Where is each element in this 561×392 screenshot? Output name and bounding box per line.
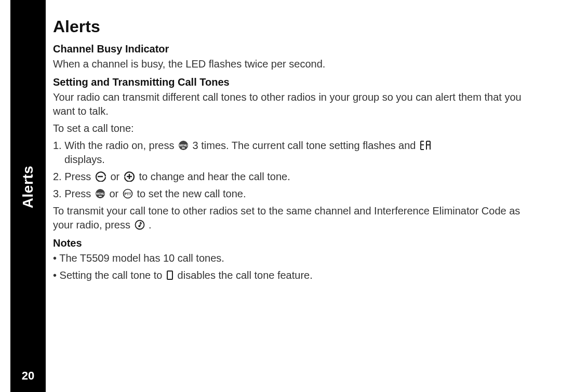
minus-icon bbox=[95, 171, 106, 182]
ptt-icon: PTT bbox=[123, 188, 133, 199]
content-column: Alerts Channel Busy Indicator When a cha… bbox=[46, 0, 561, 392]
text-call-tones-intro: Your radio can transmit different call t… bbox=[53, 90, 540, 118]
text-transmit: To transmit your call tone to other radi… bbox=[53, 204, 540, 232]
text-channel-busy: When a channel is busy, the LED flashes … bbox=[53, 57, 540, 71]
zero-segment-icon bbox=[166, 270, 173, 280]
svg-text:MENU: MENU bbox=[179, 144, 188, 147]
heading-channel-busy: Channel Busy Indicator bbox=[53, 42, 540, 56]
step-3-text-a: 3. Press bbox=[53, 188, 94, 199]
plus-icon bbox=[124, 171, 135, 182]
page-title: Alerts bbox=[53, 16, 540, 38]
step-2: 2. Press or to change and hear the call … bbox=[53, 170, 540, 184]
note-2: • Setting the call tone to disables the … bbox=[53, 268, 540, 282]
text-set-call-tone: To set a call tone: bbox=[53, 121, 540, 136]
step-2-text-c: to change and hear the call tone. bbox=[139, 171, 290, 182]
sidebar-tab-label: Alerts bbox=[20, 166, 36, 208]
heading-call-tones: Setting and Transmitting Call Tones bbox=[53, 75, 540, 89]
manual-page: Alerts 20 Alerts Channel Busy Indicator … bbox=[0, 0, 561, 392]
svg-rect-2 bbox=[182, 147, 185, 148]
svg-text:MENU: MENU bbox=[96, 192, 104, 195]
step-1: 1. With the radio on, press MENU 3 times… bbox=[53, 139, 540, 167]
ca-segment-icon bbox=[420, 140, 431, 151]
step-3-text-c: to set the new call tone. bbox=[137, 188, 246, 199]
step-1-text-c: displays. bbox=[53, 154, 105, 165]
step-1-text-b: 3 times. The current call tone setting f… bbox=[193, 140, 419, 151]
heading-notes: Notes bbox=[53, 236, 540, 250]
svg-point-11 bbox=[135, 221, 144, 229]
menu-icon: MENU bbox=[95, 188, 105, 199]
step-3-text-b: or bbox=[109, 188, 121, 199]
step-1-text-a: 1. With the radio on, press bbox=[53, 140, 177, 151]
transmit-b: . bbox=[149, 219, 152, 231]
page-number: 20 bbox=[22, 369, 34, 383]
svg-rect-8 bbox=[99, 196, 102, 197]
note-2-a: • Setting the call tone to bbox=[53, 269, 165, 281]
step-2-text-a: 2. Press bbox=[53, 171, 94, 182]
step-3: 3. Press MENU or PTT to set the new call… bbox=[53, 187, 540, 201]
svg-text:PTT: PTT bbox=[124, 192, 131, 196]
step-2-text-b: or bbox=[110, 171, 122, 182]
note-1: • The T5509 model has 10 call tones. bbox=[53, 251, 540, 265]
sidebar-tab-strip: Alerts 20 bbox=[10, 0, 46, 392]
music-note-icon bbox=[135, 220, 145, 230]
note-2-b: disables the call tone feature. bbox=[178, 269, 313, 281]
svg-point-12 bbox=[138, 225, 140, 227]
transmit-a: To transmit your call tone to other radi… bbox=[53, 205, 520, 231]
menu-icon: MENU bbox=[178, 140, 189, 151]
svg-rect-13 bbox=[167, 271, 172, 279]
